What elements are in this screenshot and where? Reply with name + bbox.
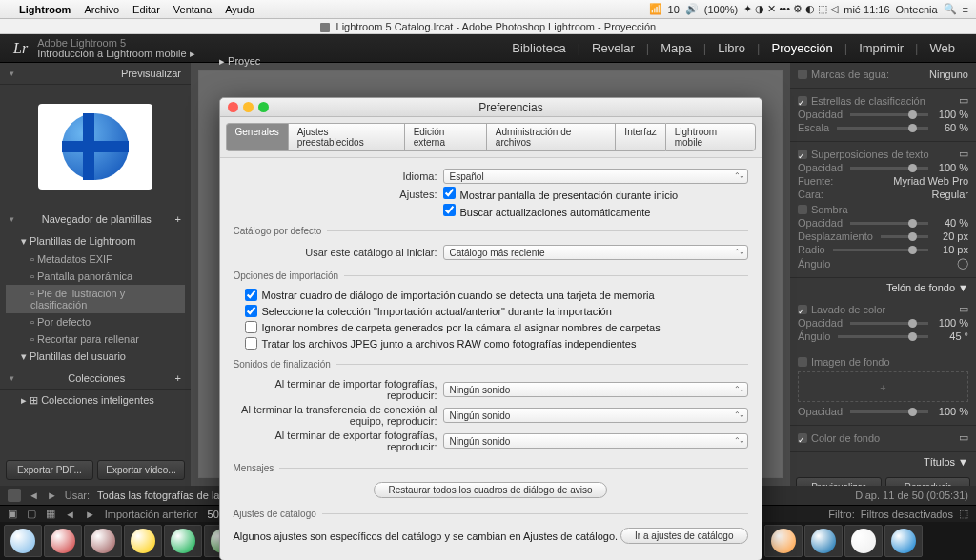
- goto-catalog-settings-button[interactable]: Ir a ajustes de catálogo: [620, 528, 747, 544]
- dialog-titlebar[interactable]: Preferencias: [220, 98, 762, 117]
- center-tab[interactable]: ▸ Proyec: [219, 55, 260, 68]
- font-select[interactable]: Myriad Web Pro: [837, 175, 968, 187]
- import-collection-checkbox[interactable]: [245, 305, 257, 317]
- tab-lr-mobile[interactable]: Lightroom mobile: [665, 123, 756, 151]
- clock[interactable]: mié 11:16: [844, 4, 889, 15]
- filter-lock-icon[interactable]: ⬚: [959, 508, 968, 520]
- filmstrip-thumb[interactable]: [764, 525, 803, 557]
- menu-help[interactable]: Ayuda: [225, 4, 254, 15]
- watermark-checkbox[interactable]: [798, 70, 807, 79]
- menu-edit[interactable]: Editar: [132, 4, 160, 15]
- filmstrip-thumb[interactable]: [164, 525, 202, 557]
- filmstrip-thumb[interactable]: [844, 525, 883, 557]
- export-video-button[interactable]: Exportar vídeo...: [97, 460, 185, 480]
- filter-select[interactable]: Filtros desactivados: [861, 509, 953, 520]
- tab-external-edit[interactable]: Edición externa: [404, 123, 486, 151]
- colorwash-angle-slider[interactable]: [838, 335, 928, 338]
- language-select[interactable]: Español: [443, 169, 748, 184]
- angle-dial-icon[interactable]: ◯: [957, 257, 968, 270]
- shadow-opacity-slider[interactable]: [850, 222, 928, 225]
- shadow-checkbox[interactable]: [798, 205, 807, 214]
- tether-sound-select[interactable]: Ningún sonido: [443, 408, 748, 423]
- export-pdf-button[interactable]: Exportar PDF...: [6, 460, 93, 480]
- bgcolor-swatch[interactable]: ▭: [959, 431, 968, 444]
- tab-interface[interactable]: Interfaz: [615, 123, 664, 151]
- lr-identity[interactable]: Adobe Lightroom 5 Introducción a Lightro…: [37, 38, 195, 59]
- colorwash-opacity-slider[interactable]: [850, 322, 928, 325]
- nav-back-icon[interactable]: ◄: [65, 509, 75, 520]
- close-icon[interactable]: [228, 102, 238, 112]
- smart-collections[interactable]: ▸ ⊞ Colecciones inteligentes: [6, 391, 185, 410]
- filmstrip-thumb[interactable]: [884, 525, 923, 557]
- mobile-intro-link[interactable]: Introducción a Lightroom mobile ▸: [37, 49, 195, 59]
- check-updates-checkbox[interactable]: Buscar actualizaciones automáticamente: [443, 204, 651, 218]
- shadow-offset-slider[interactable]: [881, 235, 928, 238]
- tab-presets[interactable]: Ajustes preestablecidos: [288, 123, 404, 151]
- filmstrip-thumb[interactable]: [804, 525, 843, 557]
- export-sound-select[interactable]: Ningún sonido: [443, 433, 748, 449]
- preview-header[interactable]: Previsualizar: [0, 63, 191, 85]
- filmstrip-thumb[interactable]: [84, 525, 122, 557]
- filmstrip-thumb[interactable]: [4, 525, 42, 557]
- prev-icon[interactable]: ◄: [29, 490, 39, 501]
- template-browser-header[interactable]: Navegador de plantillas+: [0, 209, 191, 230]
- user-name[interactable]: Ontecnia: [896, 4, 938, 15]
- template-item[interactable]: ▫ Por defecto: [6, 313, 185, 330]
- text-opacity-slider[interactable]: [850, 167, 928, 170]
- face-select[interactable]: Regular: [827, 189, 968, 200]
- main-window-icon[interactable]: ▣: [8, 508, 17, 520]
- add-collection-icon[interactable]: +: [175, 372, 181, 384]
- template-item[interactable]: ▫ Pie de ilustración y clasificación: [6, 285, 185, 313]
- reset-warnings-button[interactable]: Restaurar todos los cuadros de diálogo d…: [374, 482, 606, 498]
- titles-header[interactable]: Títulos ▼: [790, 452, 976, 471]
- second-window-icon[interactable]: ▢: [27, 508, 36, 520]
- menu-file[interactable]: Archivo: [84, 4, 119, 15]
- minimize-icon[interactable]: [243, 102, 254, 112]
- menu-window[interactable]: Ventana: [173, 4, 212, 15]
- nav-fwd-icon[interactable]: ►: [85, 509, 95, 520]
- module-mapa[interactable]: Mapa: [653, 39, 700, 57]
- tab-generales[interactable]: Generales: [226, 123, 288, 151]
- template-item[interactable]: ▾ Plantillas del usuario: [6, 348, 185, 366]
- module-libro[interactable]: Libro: [710, 39, 753, 57]
- import-sound-select[interactable]: Ningún sonido: [443, 382, 748, 397]
- colorwash-checkbox[interactable]: [798, 305, 807, 314]
- grid-icon[interactable]: ▦: [46, 508, 55, 520]
- template-item[interactable]: ▫ Recortar para rellenar: [6, 330, 185, 348]
- shadow-radius-slider[interactable]: [833, 249, 928, 251]
- show-splash-checkbox[interactable]: Mostrar pantalla de presentación durante…: [443, 187, 679, 201]
- template-item[interactable]: ▾ Plantillas de Lightroom: [6, 232, 185, 250]
- import-dialog-checkbox[interactable]: [245, 289, 257, 301]
- ignore-camera-folders-checkbox[interactable]: [245, 321, 257, 333]
- rating-scale-slider[interactable]: [837, 127, 928, 130]
- rating-checkbox[interactable]: [798, 96, 807, 106]
- spotlight-icon[interactable]: 🔍: [944, 3, 957, 15]
- volume-icon[interactable]: 🔊: [685, 3, 699, 15]
- text-color-swatch[interactable]: ▭: [959, 148, 968, 160]
- colorwash-swatch[interactable]: ▭: [959, 303, 968, 315]
- module-proyeccion[interactable]: Proyección: [763, 39, 840, 57]
- stop-icon[interactable]: [8, 489, 21, 502]
- preview-button[interactable]: Previsualizar: [796, 477, 882, 486]
- add-template-icon[interactable]: +: [175, 213, 181, 225]
- filmstrip-thumb[interactable]: [44, 525, 82, 557]
- filmstrip-thumb[interactable]: [124, 525, 162, 557]
- module-web[interactable]: Web: [923, 39, 964, 57]
- app-name[interactable]: Lightroom: [19, 4, 71, 15]
- next-icon[interactable]: ►: [47, 490, 57, 501]
- tab-file-handling[interactable]: Administración de archivos: [486, 123, 616, 151]
- zoom-icon[interactable]: [258, 102, 269, 112]
- bgimage-checkbox[interactable]: [798, 357, 807, 367]
- bgcolor-checkbox[interactable]: [798, 433, 807, 443]
- wifi-icon[interactable]: 📶: [649, 3, 662, 15]
- module-imprimir[interactable]: Imprimir: [851, 39, 911, 57]
- jpeg-raw-checkbox[interactable]: [245, 337, 257, 350]
- notifications-icon[interactable]: ≡: [963, 4, 968, 15]
- rating-opacity-slider[interactable]: [850, 113, 928, 116]
- filmstrip-source[interactable]: Importación anterior: [105, 509, 198, 520]
- backdrop-header[interactable]: Telón de fondo ▼: [790, 278, 976, 297]
- module-biblioteca[interactable]: Biblioteca: [504, 39, 573, 57]
- play-button[interactable]: Reproducir: [885, 477, 971, 486]
- startup-catalog-select[interactable]: Catálogo más reciente: [443, 245, 748, 260]
- collections-header[interactable]: Colecciones+: [0, 368, 191, 390]
